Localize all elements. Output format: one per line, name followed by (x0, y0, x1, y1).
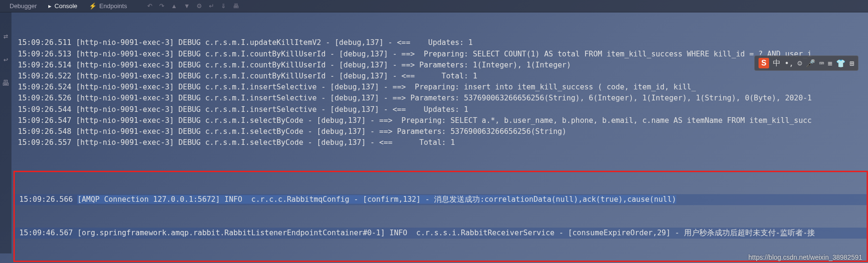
console-icon: ▸ (48, 2, 52, 10)
log-line: 15:09:26.522 [http-nio-9091-exec-3] DEBU… (13, 71, 868, 82)
filter-icon[interactable]: ⇄ (3, 32, 8, 41)
left-gutter: ⇄ ↩ 🖶 (0, 12, 11, 253)
log-line: 15:09:26.513 [http-nio-9091-exec-3] DEBU… (13, 49, 868, 60)
ime-keyboard-icon[interactable]: ⌨ (819, 59, 824, 68)
log-line: 15:09:26.524 [http-nio-9091-exec-3] DEBU… (13, 82, 868, 93)
up-icon[interactable]: ▲ (171, 2, 177, 10)
watermark-text: https://blog.csdn.net/weixin_38982591 (749, 253, 862, 261)
prev-icon[interactable]: ↶ (147, 2, 152, 10)
down-icon[interactable]: ▼ (184, 2, 190, 10)
ime-lang[interactable]: 中 (773, 58, 781, 68)
highlighted-log-region: 15:09:26.566 [AMQP Connection 127.0.0.1:… (13, 171, 868, 263)
log-line-highlight-1: 15:09:46.567 [org.springframework.amqp.r… (15, 228, 867, 239)
log-line: 15:09:26.544 [http-nio-9091-exec-3] DEBU… (13, 104, 868, 115)
endpoints-icon: ⚡ (89, 2, 97, 10)
ime-mic-icon[interactable]: 🎤 (806, 59, 815, 68)
ime-emoji-icon[interactable]: ☺ (797, 59, 802, 68)
next-icon[interactable]: ↷ (159, 2, 164, 10)
log-line: 15:09:26.514 [http-nio-9091-exec-3] DEBU… (13, 60, 868, 71)
scroll-end-icon[interactable]: ⇓ (221, 2, 226, 10)
ime-menu-icon[interactable]: ≡ (828, 59, 833, 68)
console-output[interactable]: 15:09:26.511 [http-nio-9091-exec-3] DEBU… (0, 12, 868, 263)
log-line-highlight-0: 15:09:26.566 [AMQP Connection 127.0.0.1:… (15, 194, 867, 205)
toolbar-icons: ↶ ↷ ▲ ▼ ⚙ ↵ ⇓ 🖶 (147, 2, 239, 10)
tab-endpoints[interactable]: ⚡ Endpoints (83, 2, 133, 10)
debugger-tab-bar: Debugger ▸ Console ⚡ Endpoints ↶ ↷ ▲ ▼ ⚙… (0, 0, 868, 12)
tab-console[interactable]: ▸ Console (43, 2, 83, 10)
log-line: 15:09:26.526 [http-nio-9091-exec-3] DEBU… (13, 93, 868, 104)
output-icon[interactable]: 🖶 (2, 78, 10, 88)
wrap-icon[interactable]: ↩ (3, 55, 8, 64)
log-line: 15:09:26.548 [http-nio-9091-exec-3] DEBU… (13, 126, 868, 137)
ime-skin-icon[interactable]: 👕 (836, 59, 846, 68)
soft-wrap-icon[interactable]: ↵ (209, 2, 214, 10)
ime-punct[interactable]: •, (784, 59, 793, 68)
log-line: 15:09:26.511 [http-nio-9091-exec-3] DEBU… (13, 37, 868, 48)
ime-logo-icon: S (759, 58, 769, 68)
print-icon[interactable]: 🖶 (233, 2, 239, 10)
ime-grid-icon[interactable]: ⊞ (849, 59, 854, 68)
log-line: 15:09:26.547 [http-nio-9091-exec-3] DEBU… (13, 115, 868, 126)
settings-icon[interactable]: ⚙ (196, 2, 202, 10)
tab-debugger[interactable]: Debugger (4, 2, 43, 10)
ime-toolbar[interactable]: S 中 •, ☺ 🎤 ⌨ ≡ 👕 ⊞ (754, 55, 858, 71)
log-line: 15:09:26.557 [http-nio-9091-exec-3] DEBU… (13, 137, 868, 148)
